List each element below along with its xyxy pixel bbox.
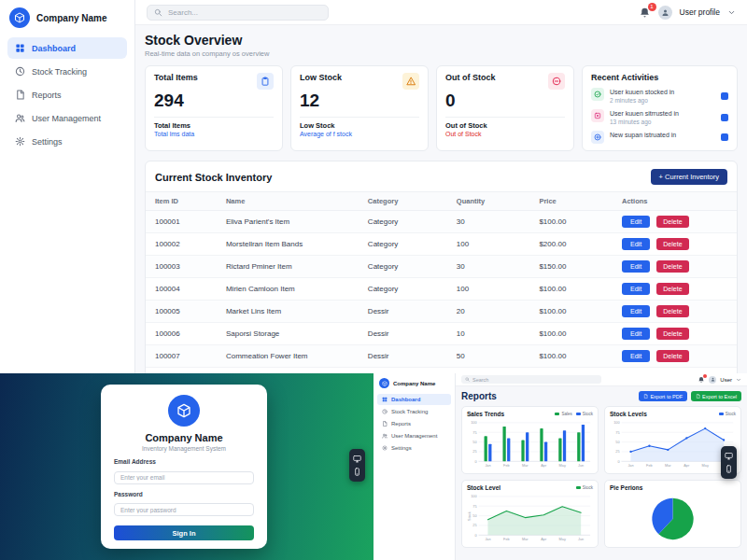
add-inventory-button[interactable]: + Current Inventory <box>651 169 727 185</box>
company-name: Company Name <box>393 381 435 386</box>
stat-card-value: 12 <box>300 91 419 111</box>
desktop-preview-icon[interactable] <box>725 452 733 460</box>
sidebar-item[interactable]: Stock Tracking <box>377 406 451 417</box>
chart-legend: Stock <box>576 485 593 490</box>
search-input[interactable] <box>168 8 321 17</box>
cell-quantity: 100 <box>447 233 530 256</box>
cell-item-id: 100006 <box>146 323 217 345</box>
cell-actions: Edit Delete <box>613 256 737 278</box>
stat-card-title: Total Items <box>154 73 198 82</box>
delete-button[interactable]: Delete <box>656 238 688 250</box>
notification-dot <box>703 374 707 378</box>
sidebar-item[interactable]: Settings <box>7 131 127 152</box>
recent-activities-card: Recent Activities User kuuen stocked in … <box>582 65 738 151</box>
sidebar-item-label: Stock Tracking <box>32 67 87 77</box>
edit-button[interactable]: Edit <box>622 350 650 362</box>
sidebar-item[interactable]: Stock Tracking <box>7 61 127 82</box>
sidebar-item[interactable]: User Management <box>7 107 127 129</box>
chevron-down-icon[interactable] <box>727 8 736 17</box>
sidebar-item[interactable]: Settings <box>377 442 451 454</box>
reports-sidebar-menu: Dashboard Stock Tracking Reports <box>374 392 455 455</box>
stock-level-card: Stock Level Stock 0255075100JanFebMarApr… <box>461 480 599 548</box>
password-field[interactable] <box>114 503 254 516</box>
activity-time: 13 minutes ago <box>610 119 715 125</box>
delete-button[interactable]: Delete <box>656 216 688 228</box>
edit-button[interactable]: Edit <box>622 328 650 340</box>
user-profile-label[interactable]: User profile <box>680 7 720 17</box>
chart-legend: Stock <box>719 412 736 416</box>
table-row: 100002 Morstellran Item Bands Category 1… <box>146 233 737 256</box>
file-icon <box>696 394 700 399</box>
notifications-button[interactable]: 1 <box>639 7 651 19</box>
activity-action-button[interactable] <box>721 114 728 121</box>
mobile-preview-icon[interactable] <box>353 468 361 476</box>
svg-text:75: 75 <box>615 431 619 435</box>
stat-card: Low Stock 12 Low Stock Average of f stoc… <box>290 65 429 151</box>
activity-action-button[interactable] <box>721 92 728 100</box>
mobile-preview-icon[interactable] <box>725 465 733 473</box>
edit-button[interactable]: Edit <box>622 260 650 273</box>
stat-card-footer-note: Average of f stock <box>300 131 419 137</box>
svg-text:Jun: Jun <box>578 464 584 468</box>
sidebar-item[interactable]: Reports <box>7 84 127 105</box>
svg-text:Jan: Jan <box>485 464 490 468</box>
chevron-down-icon[interactable] <box>736 377 741 383</box>
delete-button[interactable]: Delete <box>656 260 688 273</box>
sidebar-item[interactable]: Reports <box>377 418 451 429</box>
sidebar-item-label: Settings <box>32 137 63 147</box>
edit-button[interactable]: Edit <box>622 283 650 295</box>
svg-text:Feb: Feb <box>503 464 510 468</box>
sign-in-button[interactable]: Sign In <box>114 525 254 540</box>
cell-name: Eliva Parient's Item <box>217 211 359 233</box>
svg-text:100: 100 <box>613 421 619 425</box>
sidebar-item[interactable]: Dashboard <box>377 394 451 405</box>
login-card: Company Name Inventory Management System… <box>101 385 267 549</box>
cell-price: $200.00 <box>529 233 613 256</box>
sidebar-item-label: User Management <box>32 114 101 123</box>
delete-button[interactable]: Delete <box>656 283 688 295</box>
sidebar-item-label: Settings <box>391 445 412 451</box>
edit-button[interactable]: Edit <box>622 305 650 317</box>
cell-category: Dessir <box>359 323 447 345</box>
edit-button[interactable]: Edit <box>622 238 650 250</box>
export-pdf-button[interactable]: Export to PDF <box>639 391 687 401</box>
activity-action-button[interactable] <box>721 133 728 141</box>
avatar[interactable] <box>709 376 716 384</box>
table-row: 100005 Market Lins Item Dessir 20 $100.0… <box>146 301 737 323</box>
page-title: Stock Overview <box>145 33 738 48</box>
search-input[interactable] <box>472 377 598 383</box>
cell-item-id: 100002 <box>146 233 217 256</box>
stat-card-icon <box>548 73 565 90</box>
divider <box>300 117 419 118</box>
search-box <box>461 375 601 384</box>
delete-button[interactable]: Delete <box>656 350 688 362</box>
svg-text:25: 25 <box>615 450 619 454</box>
login-subtitle: Inventory Management System <box>114 445 254 452</box>
reports-title: Reports <box>461 391 497 401</box>
charts-grid: Sales Trends Sales Stock 0255075100JanFe… <box>461 406 741 548</box>
svg-text:50: 50 <box>615 441 619 444</box>
user-profile-label[interactable]: User <box>720 377 732 383</box>
sidebar-item[interactable]: Dashboard <box>7 37 127 59</box>
inventory-card: Current Stock Inventory + Current Invent… <box>145 161 738 394</box>
stock-level-chart: 0255075100JanFebMarAprMayJunStock <box>467 493 593 543</box>
svg-text:Mar: Mar <box>522 464 529 468</box>
search-icon <box>154 8 162 17</box>
delete-button[interactable]: Delete <box>656 328 688 340</box>
table-row: 100003 Rictard Pminer Item Category 30 $… <box>146 256 737 278</box>
notifications-button[interactable] <box>698 376 705 384</box>
avatar[interactable] <box>658 6 672 20</box>
email-field[interactable] <box>114 471 254 484</box>
svg-text:100: 100 <box>471 495 476 498</box>
stat-card-footer-title: Out of Stock <box>445 121 565 130</box>
edit-button[interactable]: Edit <box>622 216 650 228</box>
cell-price: $100.00 <box>529 301 613 323</box>
svg-text:75: 75 <box>472 505 476 509</box>
delete-button[interactable]: Delete <box>656 305 688 317</box>
desktop-preview-icon[interactable] <box>353 455 361 463</box>
sidebar-item[interactable]: User Management <box>377 430 451 441</box>
col-category: Category <box>359 192 447 211</box>
activity-icon <box>591 131 604 144</box>
export-excel-button[interactable]: Export to Excel <box>691 391 741 401</box>
divider <box>445 117 565 118</box>
